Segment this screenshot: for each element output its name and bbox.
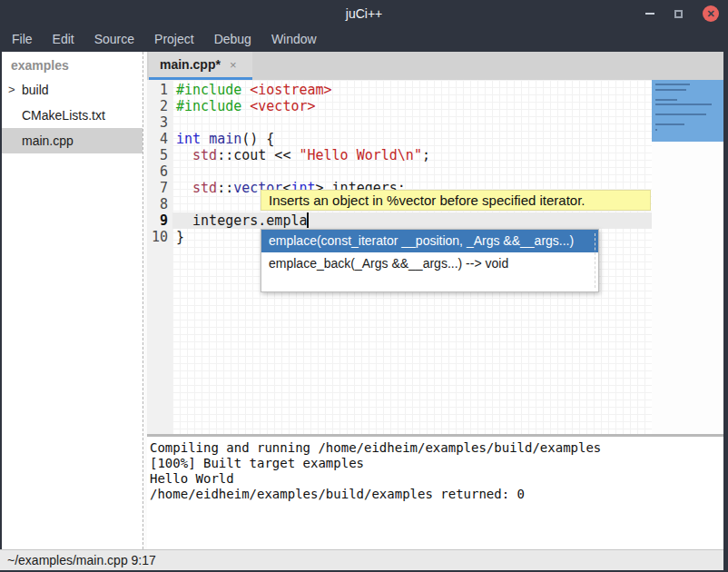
tree-item-main-cpp[interactable]: main.cpp [2, 128, 143, 153]
code-token [241, 98, 250, 114]
editor-pane: main.cpp* × 12345678910 #include <iostre… [147, 52, 723, 549]
line-number: 1 [160, 82, 168, 98]
menu-item-window[interactable]: Window [261, 27, 327, 52]
titlebar[interactable]: juCi++ ✕ [0, 0, 728, 27]
line-number: 8 [160, 196, 168, 212]
tab-label: main.cpp* [160, 57, 221, 72]
minimap-line-mark [655, 89, 686, 91]
tree-item-cmakelists-txt[interactable]: CMakeLists.txt [2, 103, 143, 128]
code-token: "Hello World\n" [299, 147, 421, 163]
minimap[interactable] [652, 80, 723, 434]
menu-item-project[interactable]: Project [144, 27, 204, 52]
build-output-panel: Compiling and running /home/eidheim/exam… [147, 437, 723, 549]
code-token [176, 147, 192, 163]
code-token [241, 82, 250, 98]
tree-item-build[interactable]: >build [2, 77, 143, 103]
code-line-10: } [176, 229, 184, 245]
chevron-right-icon[interactable]: > [8, 77, 15, 103]
line-number: 6 [160, 163, 168, 180]
line-number: 9 [160, 212, 168, 229]
minimap-line-mark [655, 123, 684, 125]
menu-item-file[interactable]: File [2, 27, 43, 52]
code-line-1: #include <iostream> [176, 82, 332, 98]
output-line: Hello World [150, 471, 723, 487]
output-line: /home/eidheim/examples/build/examples re… [150, 487, 723, 502]
code-token: #include [176, 82, 241, 98]
code-token: <vector> [250, 98, 315, 114]
output-line: Compiling and running /home/eidheim/exam… [150, 440, 723, 456]
minimap-line-mark [655, 104, 712, 105]
minimize-icon[interactable] [645, 13, 654, 15]
close-icon[interactable]: ✕ [703, 5, 719, 22]
code-token: <iostream> [250, 82, 331, 98]
line-number-gutter: 12345678910 [147, 80, 172, 434]
code-token [201, 131, 209, 147]
line-number: 5 [160, 147, 168, 163]
minimap-line-mark [655, 84, 690, 85]
code-token: ; [422, 147, 430, 163]
tree-item-label: build [22, 83, 49, 97]
window-controls: ✕ [645, 0, 719, 27]
code-token [176, 180, 192, 196]
code-token: std [192, 147, 217, 163]
autocomplete-popup: emplace(const_iterator __position, _Args… [261, 229, 599, 292]
file-tree-panel: examples >buildCMakeLists.txtmain.cpp [2, 52, 143, 549]
restore-icon[interactable] [674, 10, 683, 18]
menu-item-source[interactable]: Source [84, 27, 144, 52]
line-number: 3 [160, 114, 168, 131]
minimap-line-mark [655, 113, 706, 115]
tab-close-icon[interactable]: × [230, 58, 237, 72]
line-number: 10 [152, 229, 168, 245]
code-token: ::cout << [217, 147, 299, 163]
code-token: integers.empla [176, 212, 308, 229]
autocomplete-item[interactable]: emplace(const_iterator __position, _Args… [261, 230, 598, 252]
menu-item-edit[interactable]: Edit [43, 27, 84, 52]
code-line-5: std::cout << "Hello World\n"; [176, 147, 430, 163]
line-number: 4 [160, 131, 168, 147]
minimap-line-mark [655, 99, 677, 101]
code-token: :: [217, 180, 233, 196]
text-cursor [307, 212, 309, 228]
code-line-4: int main() { [176, 131, 274, 147]
code-token: #include [176, 98, 241, 114]
menubar: FileEditSourceProjectDebugWindow [0, 27, 728, 52]
tab-main-cpp[interactable]: main.cpp* × [149, 52, 252, 80]
status-bar: ~/examples/main.cpp 9:17 [0, 549, 723, 570]
project-name-label: examples [2, 52, 143, 77]
line-number: 7 [160, 180, 168, 196]
output-line: [100%] Built target examples [150, 456, 723, 471]
line-number: 2 [160, 98, 168, 114]
tree-item-label: main.cpp [22, 133, 74, 148]
menu-item-debug[interactable]: Debug [204, 27, 261, 52]
code-token: } [176, 229, 184, 245]
tree-item-label: CMakeLists.txt [22, 108, 105, 123]
doc-tooltip: Inserts an object in %vector before spec… [261, 190, 651, 211]
juci-window: juCi++ ✕ FileEditSourceProjectDebugWindo… [0, 0, 728, 572]
autocomplete-item[interactable]: emplace_back(_Args &&__args...) --> void [261, 252, 598, 275]
code-token: int [176, 131, 201, 147]
window-title: juCi++ [0, 0, 728, 27]
code-token: main [209, 131, 241, 147]
code-line-2: #include <vector> [176, 98, 316, 114]
tab-bar: main.cpp* × [147, 52, 723, 80]
minimap-line-mark [655, 129, 657, 131]
status-file-position: ~/examples/main.cpp 9:17 [7, 553, 156, 567]
code-token: () { [241, 131, 274, 147]
code-line-9: integers.empla [176, 212, 308, 229]
code-token: std [192, 180, 217, 196]
